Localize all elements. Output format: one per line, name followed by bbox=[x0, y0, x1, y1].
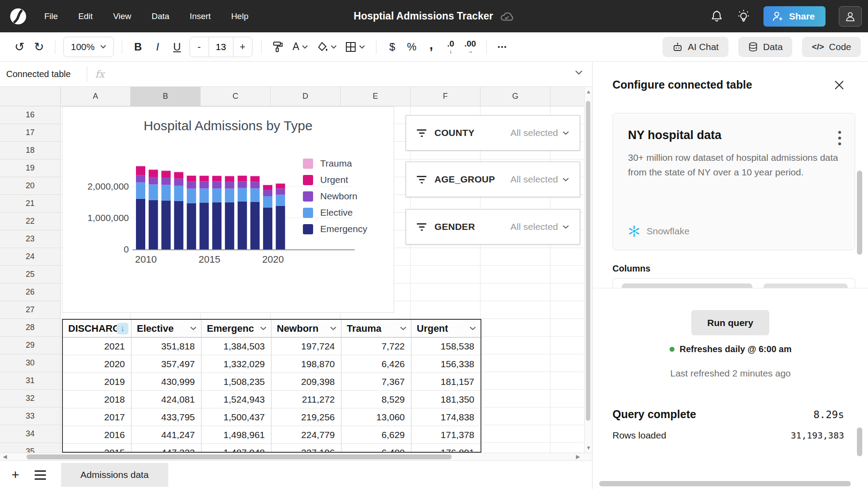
underline-button[interactable]: U bbox=[167, 37, 187, 57]
percent-format-button[interactable]: % bbox=[402, 37, 422, 57]
menu-item-view[interactable]: View bbox=[113, 12, 131, 21]
table-cell[interactable]: 176,891 bbox=[411, 444, 480, 453]
table-header-discharg[interactable]: DISCHARG↓ bbox=[63, 320, 132, 338]
panel-scrollbar-thumb[interactable] bbox=[857, 427, 862, 456]
zoom-dropdown[interactable]: 100% bbox=[63, 37, 114, 57]
horizontal-scrollbar[interactable] bbox=[0, 453, 592, 461]
run-query-button[interactable]: Run query bbox=[691, 310, 769, 335]
filter-card-age_group[interactable]: AGE_GROUPAll selected bbox=[406, 162, 580, 197]
font-size-increase-button[interactable]: + bbox=[233, 37, 252, 57]
notifications-bell-icon[interactable] bbox=[710, 10, 724, 23]
filter-selected-value[interactable]: All selected bbox=[511, 174, 569, 185]
row-header-27[interactable]: 27 bbox=[0, 301, 60, 319]
table-header-elective[interactable]: Elective bbox=[132, 320, 202, 338]
row-header-18[interactable]: 18 bbox=[0, 142, 60, 159]
sheet-tab-admissions-data[interactable]: Admissions data bbox=[61, 463, 168, 487]
feedback-lightbulb-icon[interactable] bbox=[737, 10, 750, 23]
table-cell[interactable]: 433,795 bbox=[132, 408, 202, 426]
row-header-30[interactable]: 30 bbox=[0, 354, 60, 372]
row-header-24[interactable]: 24 bbox=[0, 248, 60, 266]
row-header-22[interactable]: 22 bbox=[0, 213, 60, 230]
row-header-34[interactable]: 34 bbox=[0, 425, 60, 443]
menu-item-file[interactable]: File bbox=[44, 12, 58, 21]
table-cell[interactable]: 227,196 bbox=[271, 444, 341, 453]
fill-color-button[interactable] bbox=[313, 37, 341, 57]
font-size-value[interactable]: 13 bbox=[209, 37, 233, 57]
horizontal-scrollbar-thumb[interactable] bbox=[27, 454, 452, 459]
font-size-decrease-button[interactable]: - bbox=[190, 37, 209, 57]
table-cell[interactable]: 6,629 bbox=[341, 426, 411, 444]
decrease-decimals-button[interactable]: .0↓ bbox=[441, 37, 461, 57]
currency-format-button[interactable]: $ bbox=[383, 37, 402, 57]
table-cell[interactable]: 2016 bbox=[63, 426, 132, 444]
sheet-list-menu-icon[interactable] bbox=[35, 470, 46, 480]
table-cell[interactable]: 156,338 bbox=[411, 355, 480, 373]
scroll-down-icon[interactable]: ▼ bbox=[585, 445, 593, 451]
sort-descending-icon[interactable]: ↓ bbox=[117, 323, 128, 334]
add-sheet-button[interactable]: + bbox=[12, 468, 19, 481]
table-cell[interactable]: 1,500,437 bbox=[202, 408, 271, 426]
row-header-20[interactable]: 20 bbox=[0, 177, 60, 195]
table-cell[interactable]: 8,529 bbox=[341, 391, 411, 408]
undo-button[interactable]: ↺ bbox=[10, 37, 29, 57]
table-cell[interactable]: 2017 bbox=[63, 408, 132, 426]
filter-card-county[interactable]: COUNTYAll selected bbox=[406, 115, 580, 151]
table-cell[interactable]: 2021 bbox=[63, 338, 132, 355]
table-cell[interactable]: 174,838 bbox=[411, 408, 480, 426]
text-color-button[interactable]: A bbox=[287, 37, 313, 57]
grid-corner-cell[interactable] bbox=[0, 87, 61, 106]
table-cell[interactable]: 171,378 bbox=[411, 426, 480, 444]
row-header-33[interactable]: 33 bbox=[0, 408, 60, 425]
scroll-up-icon[interactable]: ▲ bbox=[585, 89, 593, 95]
row-header-31[interactable]: 31 bbox=[0, 372, 60, 390]
table-cell[interactable]: 1,524,943 bbox=[202, 391, 271, 408]
kebab-menu-icon[interactable]: ••• bbox=[835, 129, 844, 147]
menu-item-help[interactable]: Help bbox=[231, 12, 248, 21]
table-cell[interactable]: 6,400 bbox=[341, 444, 411, 453]
comma-format-button[interactable]: , bbox=[422, 37, 441, 57]
menu-item-edit[interactable]: Edit bbox=[78, 12, 93, 21]
admissions-data-table[interactable]: DISCHARG↓ElectiveEmergencNewbornTraumaUr… bbox=[62, 319, 481, 453]
row-header-17[interactable]: 17 bbox=[0, 124, 60, 142]
filter-selected-value[interactable]: All selected bbox=[511, 221, 569, 232]
formula-bar-expand-button[interactable] bbox=[575, 70, 583, 75]
row-header-19[interactable]: 19 bbox=[0, 159, 60, 177]
table-header-trauma[interactable]: Trauma bbox=[341, 320, 411, 338]
table-cell[interactable]: 447,323 bbox=[132, 444, 202, 453]
table-cell[interactable]: 1,498,961 bbox=[202, 426, 271, 444]
table-cell[interactable]: 2018 bbox=[63, 391, 132, 408]
table-cell[interactable]: 158,538 bbox=[411, 338, 480, 355]
app-logo-icon[interactable] bbox=[9, 7, 27, 26]
table-header-newborn[interactable]: Newborn bbox=[271, 320, 341, 338]
filter-card-gender[interactable]: GENDERAll selected bbox=[406, 209, 580, 244]
vertical-scrollbar-thumb[interactable] bbox=[586, 101, 590, 421]
table-cell[interactable]: 224,779 bbox=[271, 426, 341, 444]
table-cell[interactable]: 7,722 bbox=[341, 338, 411, 355]
table-cell[interactable]: 181,157 bbox=[411, 373, 480, 391]
code-button[interactable]: </> Code bbox=[802, 37, 861, 57]
row-header-23[interactable]: 23 bbox=[0, 230, 60, 248]
italic-button[interactable]: I bbox=[148, 37, 167, 57]
table-cell[interactable]: 209,398 bbox=[271, 373, 341, 391]
table-cell[interactable]: 1,487,948 bbox=[202, 444, 271, 453]
row-header-28[interactable]: 28 bbox=[0, 319, 60, 337]
table-cell[interactable]: 13,060 bbox=[341, 408, 411, 426]
row-header-25[interactable]: 25 bbox=[0, 266, 60, 283]
table-header-urgent[interactable]: Urgent bbox=[411, 320, 480, 338]
table-cell[interactable]: 351,818 bbox=[132, 338, 202, 355]
table-cell[interactable]: 197,724 bbox=[271, 338, 341, 355]
borders-button[interactable] bbox=[341, 37, 370, 57]
menu-item-insert[interactable]: Insert bbox=[190, 12, 211, 21]
ai-chat-button[interactable]: AI Chat bbox=[663, 37, 728, 57]
table-cell[interactable]: 211,272 bbox=[271, 391, 341, 408]
redo-button[interactable]: ↻ bbox=[29, 37, 49, 57]
table-cell[interactable]: 181,350 bbox=[411, 391, 480, 408]
table-cell[interactable]: 357,497 bbox=[132, 355, 202, 373]
row-header-21[interactable]: 21 bbox=[0, 195, 60, 213]
column-header-G[interactable]: G bbox=[480, 87, 550, 106]
account-avatar-button[interactable] bbox=[839, 6, 862, 27]
column-header-E[interactable]: E bbox=[341, 87, 411, 106]
panel-horizontal-scrollbar[interactable] bbox=[599, 481, 851, 486]
close-icon[interactable] bbox=[833, 78, 846, 92]
row-header-35[interactable]: 35 bbox=[0, 443, 60, 453]
